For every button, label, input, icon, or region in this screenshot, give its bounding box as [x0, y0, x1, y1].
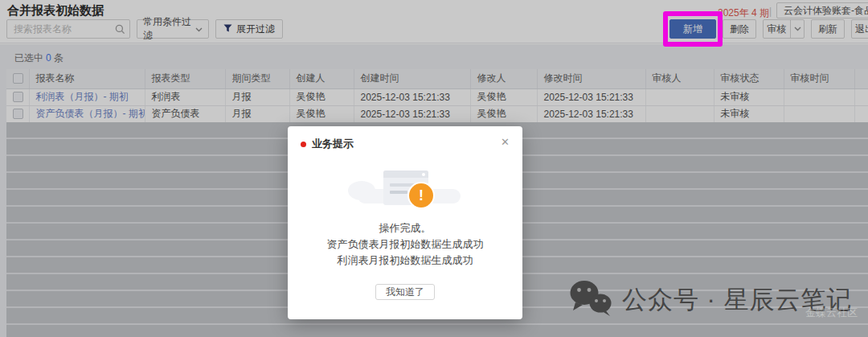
dialog-message: 操作完成。 资产负债表月报初始数据生成成功 利润表月报初始数据生成成功 — [288, 220, 522, 269]
red-dot-icon — [301, 142, 306, 147]
warning-exclamation-icon: ! — [409, 183, 433, 208]
card-line — [390, 191, 407, 194]
wechat-icon — [567, 279, 614, 321]
business-prompt-dialog: 业务提示 ✕ ! 操作完成。 资产负债表月报初始数据生成成功 利润表月报初始数据… — [288, 126, 522, 319]
close-icon[interactable]: ✕ — [497, 134, 513, 150]
dialog-header: 业务提示 — [301, 137, 354, 151]
warning-illustration: ! — [337, 157, 473, 218]
message-line-3: 利润表月报初始数据生成成功 — [288, 253, 522, 269]
confirm-button[interactable]: 我知道了 — [375, 284, 435, 300]
message-line-2: 资产负债表月报初始数据生成成功 — [288, 236, 522, 253]
dialog-title: 业务提示 — [312, 137, 354, 151]
message-line-1: 操作完成。 — [288, 220, 522, 236]
community-watermark: 金蝶云社区 — [805, 306, 858, 320]
card-dot — [422, 173, 425, 176]
